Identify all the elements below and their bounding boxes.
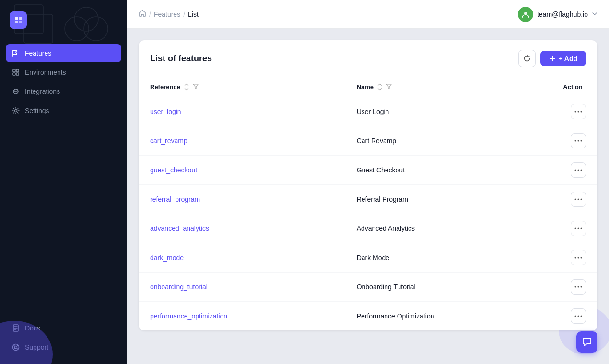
chat-fab-button[interactable] (576, 331, 597, 353)
sidebar-nav: Features Environments Integ (0, 40, 127, 311)
col-header-action: Action (551, 77, 597, 97)
plug-icon (12, 87, 20, 96)
gear-icon (12, 106, 20, 115)
svg-point-23 (578, 140, 579, 142)
svg-point-21 (581, 111, 582, 113)
feature-reference-link[interactable]: referral_program (150, 195, 200, 203)
breadcrumb-sep1: / (149, 11, 151, 18)
row-action-button[interactable] (571, 192, 586, 207)
feature-name: Performance Optimization (357, 312, 434, 320)
breadcrumb-sep2: / (183, 11, 185, 18)
table-cell-name: User Login (345, 97, 552, 126)
table-cell-reference: dark_mode (139, 243, 345, 273)
filter-reference-icon[interactable] (193, 83, 199, 91)
sort-name-icon[interactable] (377, 83, 382, 91)
filter-name-icon[interactable] (386, 83, 392, 91)
feature-reference-link[interactable]: advanced_analytics (150, 225, 209, 232)
sidebar-logo (0, 0, 127, 40)
svg-point-35 (578, 257, 579, 259)
table-cell-reference: guest_checkout (139, 156, 345, 185)
feature-reference-link[interactable]: guest_checkout (150, 166, 197, 174)
table-row: onboarding_tutorialOnboarding Tutorial (139, 273, 597, 302)
feature-name: Dark Mode (357, 254, 389, 262)
table-cell-name: Dark Mode (345, 243, 552, 273)
table-cell-reference: referral_program (139, 185, 345, 214)
support-icon (12, 343, 20, 352)
svg-point-26 (578, 170, 579, 171)
row-action-button[interactable] (571, 308, 586, 324)
sidebar-item-integrations[interactable]: Integrations (6, 82, 121, 101)
feature-reference-link[interactable]: performance_optimization (150, 312, 227, 320)
table-cell-action (551, 185, 597, 214)
table-cell-action (551, 302, 597, 331)
feature-table: Reference (139, 77, 597, 330)
table-row: user_loginUser Login (139, 97, 597, 126)
svg-point-37 (575, 286, 576, 288)
sidebar-item-docs[interactable]: Docs (6, 319, 121, 337)
svg-point-13 (13, 344, 19, 351)
table-cell-reference: onboarding_tutorial (139, 273, 345, 302)
svg-point-27 (581, 170, 582, 171)
svg-point-24 (581, 140, 582, 142)
table-cell-action (551, 126, 597, 156)
feature-reference-link[interactable]: user_login (150, 108, 181, 115)
row-action-button[interactable] (571, 221, 586, 236)
svg-point-29 (578, 199, 579, 200)
table-cell-reference: cart_revamp (139, 126, 345, 156)
sidebar-item-features[interactable]: Features (6, 44, 121, 62)
table-cell-action (551, 214, 597, 243)
header: / Features / List team@flaghub.io (127, 0, 609, 29)
table-cell-reference: user_login (139, 97, 345, 126)
row-action-button[interactable] (571, 133, 586, 148)
page-title: List of features (150, 54, 212, 64)
breadcrumb-features[interactable]: Features (154, 11, 180, 18)
sidebar-item-label: Support (25, 343, 48, 351)
row-action-button[interactable] (571, 104, 586, 119)
sidebar-item-environments[interactable]: Environments (6, 63, 121, 81)
svg-point-42 (581, 316, 582, 317)
table-cell-reference: performance_optimization (139, 302, 345, 331)
svg-point-20 (578, 111, 579, 113)
table-row: guest_checkoutGuest Checkout (139, 156, 597, 185)
home-icon[interactable] (139, 10, 146, 19)
feature-reference-link[interactable]: onboarding_tutorial (150, 283, 208, 291)
card-header: List of features + Add (139, 40, 597, 77)
table-cell-name: Onboarding Tutorial (345, 273, 552, 302)
user-menu[interactable]: team@flaghub.io (518, 7, 597, 22)
row-action-button[interactable] (571, 162, 586, 178)
feature-reference-link[interactable]: cart_revamp (150, 137, 187, 145)
feature-name: Guest Checkout (357, 166, 405, 174)
chat-icon (582, 337, 592, 347)
sidebar-item-label: Environments (25, 68, 66, 76)
svg-point-28 (575, 199, 576, 200)
feature-reference-link[interactable]: dark_mode (150, 254, 184, 262)
sidebar-item-support[interactable]: Support (6, 338, 121, 356)
svg-point-11 (15, 110, 17, 112)
svg-point-36 (581, 257, 582, 259)
sidebar-item-settings[interactable]: Settings (6, 102, 121, 120)
avatar (518, 7, 533, 22)
svg-point-30 (581, 199, 582, 200)
table-cell-name: Referral Program (345, 185, 552, 214)
table-row: advanced_analyticsAdvanced Analytics (139, 214, 597, 243)
row-action-button[interactable] (571, 279, 586, 295)
row-action-button[interactable] (571, 250, 586, 265)
feature-name: User Login (357, 108, 389, 115)
add-button[interactable]: + Add (540, 51, 586, 66)
table-cell-name: Cart Revamp (345, 126, 552, 156)
refresh-button[interactable] (518, 50, 536, 67)
feature-name: Onboarding Tutorial (357, 283, 416, 291)
svg-point-34 (575, 257, 576, 259)
table-cell-name: Guest Checkout (345, 156, 552, 185)
svg-point-25 (575, 170, 576, 171)
sidebar-item-label: Integrations (25, 88, 60, 95)
feature-name: Cart Revamp (357, 137, 396, 145)
feature-list-card: List of features + Add (139, 40, 597, 330)
sort-reference-icon[interactable] (184, 83, 189, 91)
table-cell-name: Performance Optimization (345, 302, 552, 331)
sidebar-bottom: Docs Support (0, 311, 127, 364)
table-row: cart_revampCart Revamp (139, 126, 597, 156)
svg-point-15 (524, 12, 527, 15)
col-header-name: Name (345, 77, 552, 97)
svg-rect-7 (16, 69, 19, 72)
